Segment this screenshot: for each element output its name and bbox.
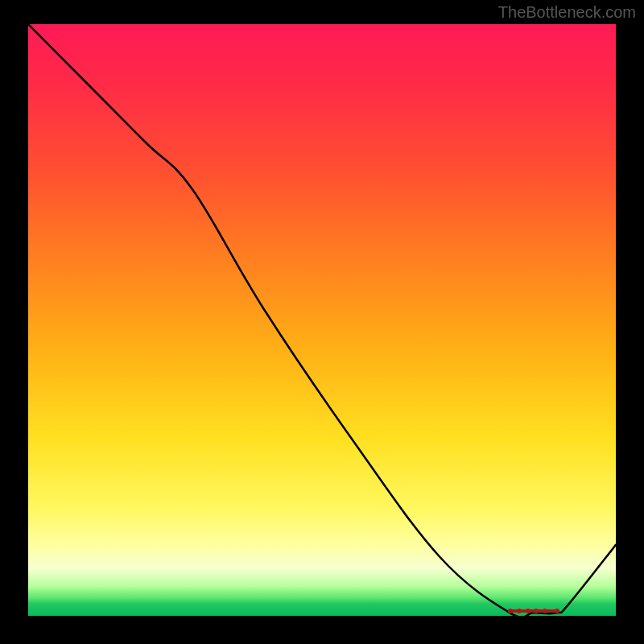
data-marker xyxy=(526,609,530,613)
plot-area xyxy=(28,24,616,616)
data-marker xyxy=(534,609,539,613)
data-marker xyxy=(555,609,559,613)
chart-container: TheBottleneck.com xyxy=(0,0,644,644)
watermark-label: TheBottleneck.com xyxy=(498,3,636,22)
data-marker xyxy=(543,609,547,613)
data-marker xyxy=(508,609,513,613)
data-marker xyxy=(517,609,522,613)
line-curve xyxy=(28,24,616,616)
